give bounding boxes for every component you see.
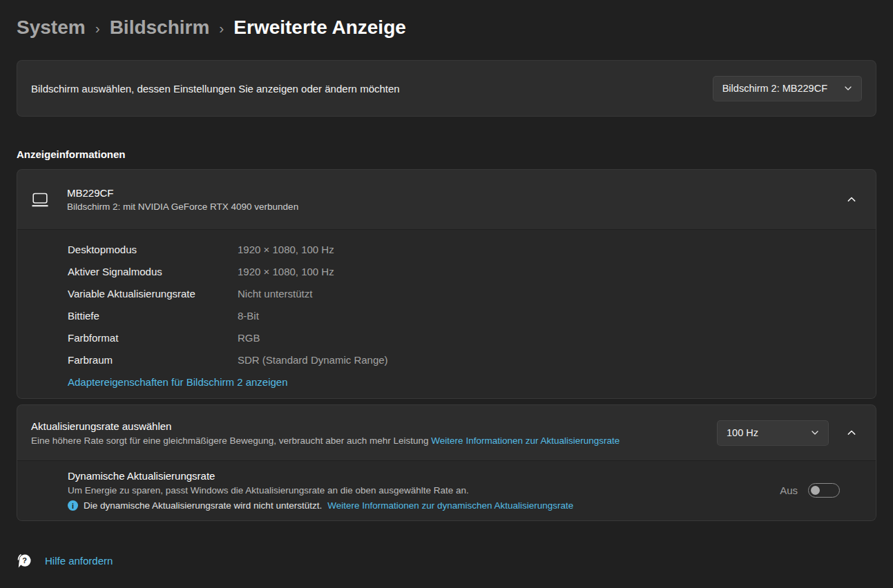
display-info-header: MB229CF Bildschirm 2: mit NVIDIA GeForce… [17, 170, 876, 229]
laptop-icon [31, 192, 49, 208]
detail-value: 1920 × 1080, 100 Hz [238, 244, 334, 255]
detail-row-farbraum: Farbraum SDR (Standard Dynamic Range) [68, 349, 862, 371]
breadcrumb-system[interactable]: System [17, 17, 86, 39]
refresh-rate-dropdown-value: 100 Hz [727, 427, 758, 438]
detail-label: Desktopmodus [68, 244, 238, 255]
detail-label: Farbraum [68, 354, 238, 366]
chevron-down-icon [844, 84, 852, 92]
dynamic-refresh-title: Dynamische Aktualisierungsrate [68, 470, 780, 482]
refresh-rate-subtitle: Eine höhere Rate sorgt für eine gleichmä… [31, 435, 429, 446]
refresh-rate-dropdown[interactable]: 100 Hz [717, 420, 829, 446]
display-info-card: MB229CF Bildschirm 2: mit NVIDIA GeForce… [17, 169, 876, 399]
refresh-rate-title: Aktualisierungsrate auswählen [31, 420, 717, 432]
display-info-details: Desktopmodus 1920 × 1080, 100 Hz Aktiver… [17, 229, 876, 398]
dynamic-refresh-section: Dynamische Aktualisierungsrate Um Energi… [17, 460, 876, 520]
detail-label: Bittiefe [68, 310, 238, 322]
detail-value: RGB [238, 332, 260, 344]
chevron-up-icon [847, 428, 856, 438]
detail-value: 8-Bit [238, 310, 259, 322]
detail-value: SDR (Standard Dynamic Range) [238, 354, 388, 366]
adapter-properties-link[interactable]: Adaptereigenschaften für Bildschirm 2 an… [68, 376, 288, 388]
footer: ? Hilfe anfordern [17, 551, 876, 569]
breadcrumb-separator: › [219, 19, 224, 37]
detail-value: 1920 × 1080, 100 Hz [238, 266, 334, 277]
detail-row-aktiver-signalmodus: Aktiver Signalmodus 1920 × 1080, 100 Hz [68, 260, 862, 282]
refresh-rate-collapse-button[interactable] [838, 420, 865, 446]
display-info-collapse-button[interactable] [838, 186, 865, 213]
dynamic-refresh-info-link[interactable]: Weitere Informationen zur dynamischen Ak… [327, 500, 573, 511]
display-select-card: Bildschirm auswählen, dessen Einstellung… [17, 60, 876, 117]
info-icon: i [68, 500, 78, 511]
monitor-name: MB229CF [67, 187, 829, 199]
detail-label: Farbformat [68, 332, 238, 344]
refresh-rate-card: Aktualisierungsrate auswählen Eine höher… [17, 404, 876, 521]
get-help-link[interactable]: Hilfe anfordern [45, 555, 113, 567]
detail-label: Variable Aktualisierungsrate [68, 288, 238, 300]
dynamic-refresh-toggle[interactable] [808, 483, 840, 498]
section-title-anzeigeinformationen: Anzeigeinformationen [17, 148, 876, 160]
display-select-label: Bildschirm auswählen, dessen Einstellung… [31, 83, 713, 95]
detail-row-variable-aktualisierungsrate: Variable Aktualisierungsrate Nicht unter… [68, 282, 862, 304]
chevron-up-icon [847, 195, 856, 204]
dynamic-refresh-toggle-group: Aus [780, 483, 840, 498]
chevron-down-icon [811, 429, 819, 437]
refresh-rate-more-info-link[interactable]: Weitere Informationen zur Aktualisierung… [431, 435, 620, 446]
refresh-rate-header: Aktualisierungsrate auswählen Eine höher… [17, 405, 876, 460]
monitor-subtitle: Bildschirm 2: mit NVIDIA GeForce RTX 409… [67, 202, 829, 212]
settings-page: System › Bildschirm › Erweiterte Anzeige… [0, 0, 893, 588]
help-bubble-icon: ? [17, 551, 34, 569]
dynamic-refresh-info-text: Die dynamische Aktualisierungsrate wird … [84, 500, 322, 511]
detail-row-desktopmodus: Desktopmodus 1920 × 1080, 100 Hz [68, 238, 862, 260]
detail-label: Aktiver Signalmodus [68, 266, 238, 277]
svg-text:?: ? [22, 556, 27, 565]
display-select-dropdown-value: Bildschirm 2: MB229CF [722, 83, 827, 94]
detail-row-farbformat: Farbformat RGB [68, 326, 862, 349]
breadcrumb: System › Bildschirm › Erweiterte Anzeige [0, 0, 893, 41]
toggle-knob [811, 486, 820, 495]
page-title: Erweiterte Anzeige [233, 17, 405, 39]
detail-row-bittiefe: Bittiefe 8-Bit [68, 304, 862, 326]
dynamic-refresh-subtitle: Um Energie zu sparen, passt Windows die … [68, 485, 780, 496]
display-select-dropdown[interactable]: Bildschirm 2: MB229CF [713, 76, 862, 101]
detail-value: Nicht unterstützt [238, 288, 312, 300]
toggle-state-label: Aus [780, 484, 798, 496]
breadcrumb-bildschirm[interactable]: Bildschirm [110, 17, 210, 39]
breadcrumb-separator: › [95, 19, 100, 37]
